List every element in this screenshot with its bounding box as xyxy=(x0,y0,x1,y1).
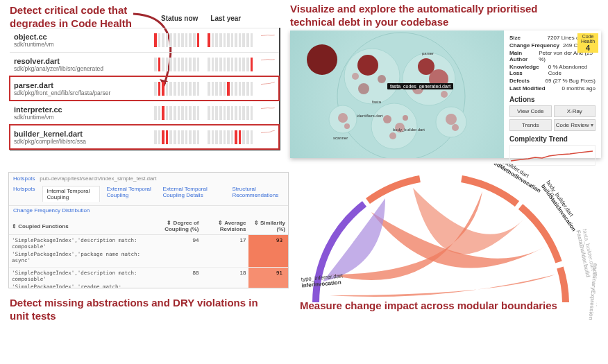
tab-item[interactable]: Hotspots xyxy=(13,186,35,202)
svg-point-13 xyxy=(441,91,448,98)
file-path: sdk/runtime/vm xyxy=(14,114,146,121)
svg-point-18 xyxy=(446,114,457,125)
coupled-functions: 'SimplePackageIndex','description match:… xyxy=(9,235,149,268)
health-value: 4 xyxy=(577,44,598,52)
tr-title: Visualize and explore the automatically … xyxy=(290,3,582,29)
health-bars xyxy=(154,82,199,96)
actions-header: Actions xyxy=(509,96,596,103)
file-path: sdk/pkg/analyzer/lib/src/generated xyxy=(14,65,146,72)
stat-key: Last Modified xyxy=(509,85,546,92)
svg-point-20 xyxy=(338,113,348,123)
view-code-button[interactable]: View Code xyxy=(509,105,552,117)
file-path: sdk/runtime/vm xyxy=(14,41,146,48)
tab-item[interactable]: External Temporal Coupling xyxy=(107,186,156,202)
breadcrumb-path: pub-dev/app/test/search/index_simple_tes… xyxy=(40,175,156,182)
table-row[interactable]: 'SimplePackageIndex','description match:… xyxy=(9,268,288,289)
hotspot-visualization[interactable]: fasta_codes_generated.dart parser fasta … xyxy=(290,31,504,158)
svg-point-8 xyxy=(358,83,369,94)
viz-label: identifiers.dart xyxy=(357,114,383,118)
svg-point-19 xyxy=(452,124,459,131)
file-row[interactable]: builder_kernel.dartsdk/pkg/compiler/lib/… xyxy=(10,125,279,149)
health-bars xyxy=(154,106,199,120)
stat-val: 0 months ago xyxy=(562,85,596,92)
trend-spark xyxy=(261,57,275,72)
svg-point-7 xyxy=(378,75,386,83)
stat-key: Knowledge Loss xyxy=(509,64,548,76)
trend-spark xyxy=(261,105,275,121)
file-name: object.cc xyxy=(14,33,146,41)
file-path: sdk/pkg/compiler/lib/src/ssa xyxy=(14,138,146,145)
stat-val: 69 (27 % Bug Fixes) xyxy=(546,78,596,84)
column-header[interactable]: ⇕ Average Revisions xyxy=(202,218,249,235)
column-header[interactable]: ⇕ Similarity (%) xyxy=(248,218,288,235)
secondary-link[interactable]: Change Frequency Distribution xyxy=(9,206,288,215)
status-header: Status now xyxy=(161,15,198,22)
hotspot-tooltip: fasta_codes_generated.dart xyxy=(387,83,453,89)
hotspot-sidebar: Code Health 4 Size7207 Lines of Code Cha… xyxy=(504,31,601,158)
svg-point-3 xyxy=(371,103,417,149)
bl-title: Detect missing abstractions and DRY viol… xyxy=(10,297,273,323)
complexity-trend-chart[interactable] xyxy=(509,145,596,166)
health-bars xyxy=(154,33,199,47)
health-bars xyxy=(154,58,199,71)
health-label: Code Health xyxy=(577,34,598,44)
file-row[interactable]: interpreter.ccsdk/runtime/vm xyxy=(10,101,279,125)
cell-rev: 17 xyxy=(202,235,249,268)
trend-spark xyxy=(261,81,275,96)
file-row[interactable]: object.ccsdk/runtime/vm xyxy=(10,28,279,52)
cell-rev: 18 xyxy=(202,268,249,289)
column-header[interactable]: ⇕ Coupled Functions xyxy=(9,218,149,235)
svg-point-16 xyxy=(389,132,396,139)
code-review-button[interactable]: Code Review xyxy=(554,119,596,131)
viz-label: parser xyxy=(422,51,434,55)
file-row[interactable]: parser.dartsdk/pkg/front_end/lib/src/fas… xyxy=(10,76,279,101)
tab-item[interactable]: Internal Temporal Coupling xyxy=(42,186,100,202)
cell-similarity: 91 xyxy=(248,268,288,289)
svg-point-14 xyxy=(383,115,391,123)
tl-column-headers: Status now Last year xyxy=(161,15,241,22)
br-title: Measure change impact across modular bou… xyxy=(300,300,577,313)
code-health-badge: Code Health 4 xyxy=(577,33,598,53)
breadcrumb-link[interactable]: Hotspots xyxy=(13,175,35,182)
stat-key: Size xyxy=(509,35,521,41)
cell-deg: 88 xyxy=(149,268,202,289)
breadcrumb: Hotspots pub-dev/app/test/search/index_s… xyxy=(9,173,288,184)
code-health-list: object.ccsdk/runtime/vmresolver.dartsdk/… xyxy=(10,28,280,150)
svg-point-22 xyxy=(307,44,337,75)
column-header[interactable]: ⇕ Degree of Coupling (%) xyxy=(149,218,202,235)
cell-deg: 94 xyxy=(149,235,202,268)
complexity-header: Complexity Trend xyxy=(509,135,596,143)
health-bars xyxy=(208,82,253,96)
file-name: interpreter.cc xyxy=(14,105,146,114)
table-row[interactable]: 'SimplePackageIndex','description match:… xyxy=(9,235,288,268)
health-bars xyxy=(208,58,253,71)
file-row[interactable]: resolver.dartsdk/pkg/analyzer/lib/src/ge… xyxy=(10,52,279,76)
coupling-panel: Hotspots pub-dev/app/test/search/index_s… xyxy=(8,172,289,288)
health-bars xyxy=(154,130,199,144)
coupled-functions: 'SimplePackageIndex','description match:… xyxy=(9,268,149,289)
tab-item[interactable]: Structural Recommendations xyxy=(233,186,284,202)
lastyear-header: Last year xyxy=(210,15,241,22)
coupling-table: ⇕ Coupled Functions⇕ Degree of Coupling … xyxy=(9,218,288,288)
stat-key: Defects xyxy=(509,78,530,84)
viz-label: body_builder.dart xyxy=(393,128,425,132)
viz-label: scanner xyxy=(333,136,348,140)
hotspot-panel: fasta_codes_generated.dart parser fasta … xyxy=(290,31,601,158)
svg-point-9 xyxy=(352,73,359,80)
svg-point-6 xyxy=(357,55,378,76)
svg-point-21 xyxy=(344,123,350,129)
viz-label: fasta xyxy=(372,100,381,104)
stat-key: Main Author xyxy=(509,50,539,62)
file-path: sdk/pkg/front_end/lib/src/fasta/parser xyxy=(14,89,146,96)
svg-point-17 xyxy=(403,115,408,121)
tab-bar: HotspotsInternal Temporal CouplingExtern… xyxy=(9,184,288,206)
file-name: parser.dart xyxy=(14,81,146,89)
health-bars xyxy=(208,130,253,144)
trends-button[interactable]: Trends xyxy=(509,119,552,131)
file-name: resolver.dart xyxy=(14,57,146,65)
health-bars xyxy=(208,33,253,47)
xray-button[interactable]: X-Ray xyxy=(554,105,596,117)
cell-similarity: 93 xyxy=(248,235,288,268)
tab-item[interactable]: External Temporal Coupling Details xyxy=(162,186,225,202)
stat-val: 0 % Abandoned Code xyxy=(548,64,596,76)
